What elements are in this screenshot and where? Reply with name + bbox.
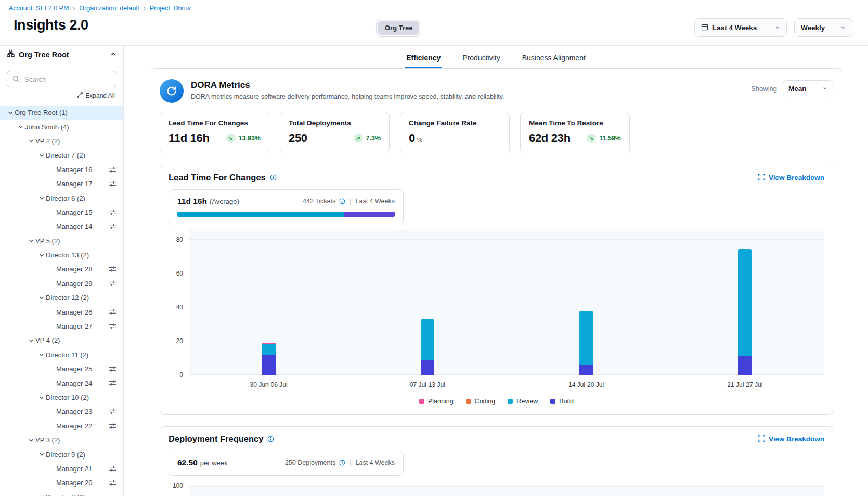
tree-item[interactable]: Director 13 (2): [0, 248, 123, 262]
filter-icon[interactable]: [109, 266, 116, 274]
breadcrumb-link[interactable]: Organization: default: [79, 5, 139, 12]
tree-item[interactable]: Manager 26: [0, 305, 123, 319]
filter-icon[interactable]: [109, 209, 116, 217]
tab-business-alignment[interactable]: Business Alignment: [521, 54, 587, 68]
expand-all-button[interactable]: Expand All: [0, 87, 123, 105]
dora-metrics-header: DORA Metrics DORA metrics measure softwa…: [158, 76, 835, 103]
filter-icon[interactable]: [109, 366, 116, 374]
chevron-down-icon[interactable]: [6, 110, 15, 116]
x-axis-tick: 14 Jul-20 Jul: [507, 381, 666, 388]
chevron-down-icon[interactable]: [37, 195, 46, 201]
legend-item-planning[interactable]: Planning: [419, 398, 454, 405]
chevron-down-icon[interactable]: [37, 494, 46, 496]
tree-item[interactable]: Director 8 (2): [0, 490, 123, 496]
chevron-down-icon[interactable]: [37, 395, 46, 401]
filter-icon[interactable]: [109, 180, 116, 189]
tree-item[interactable]: VP 3 (2): [0, 433, 123, 447]
chevron-down-icon: [775, 24, 780, 32]
tree-item-label: VP 4 (2): [35, 336, 60, 344]
tree-item[interactable]: Manager 20: [0, 476, 123, 490]
separator: |: [349, 198, 351, 205]
tree-item-label: Manager 14: [56, 223, 92, 230]
breadcrumb-separator: ›: [144, 5, 146, 12]
tree-item[interactable]: VP 4 (2): [0, 333, 123, 347]
org-tree-toggle-button[interactable]: Org Tree: [378, 21, 419, 35]
tree-item[interactable]: Director 10 (2): [0, 390, 123, 404]
filter-icon[interactable]: [109, 308, 116, 317]
tree-item[interactable]: Org Tree Root (1): [0, 106, 123, 120]
chevron-down-icon[interactable]: [27, 238, 35, 244]
tree-item[interactable]: Director 11 (2): [0, 348, 123, 362]
collapse-chevron-up-icon[interactable]: [110, 50, 116, 59]
filter-icon[interactable]: [109, 408, 116, 416]
filter-icon[interactable]: [109, 323, 116, 331]
tree-item[interactable]: VP 2 (2): [0, 134, 123, 148]
tab-efficiency[interactable]: Efficiency: [405, 54, 442, 68]
tree-item[interactable]: John Smith (4): [0, 120, 123, 134]
tree-item[interactable]: Manager 24: [0, 376, 123, 390]
legend-item-review[interactable]: Review: [508, 398, 538, 405]
chevron-down-icon[interactable]: [37, 252, 46, 258]
granularity-select[interactable]: Weekly: [794, 18, 852, 37]
tree-item[interactable]: Director 9 (2): [0, 447, 123, 461]
tree-item[interactable]: Manager 25: [0, 362, 123, 376]
filter-icon[interactable]: [109, 380, 116, 388]
filter-icon[interactable]: [109, 423, 116, 431]
tree-item[interactable]: Manager 14: [0, 219, 123, 233]
tab-productivity[interactable]: Productivity: [461, 54, 501, 68]
chevron-down-icon[interactable]: [27, 337, 35, 344]
tree-item[interactable]: VP 5 (2): [0, 234, 123, 248]
breadcrumb-link[interactable]: Account: SEI 2.0 PM: [9, 5, 69, 12]
tree-item[interactable]: Manager 21: [0, 462, 123, 476]
metric-value-wrap: 11d 16h: [169, 132, 210, 145]
tree-item[interactable]: Director 12 (2): [0, 291, 123, 305]
info-icon[interactable]: [339, 198, 345, 204]
metric-card: Lead Time For Changes11d 16h13.93%: [160, 112, 269, 153]
tree-item[interactable]: Manager 29: [0, 277, 123, 291]
y-axis-tick: 40: [176, 304, 183, 311]
filter-icon[interactable]: [109, 223, 116, 231]
sidebar-title: Org Tree Root: [19, 50, 106, 59]
legend-swatch: [466, 399, 471, 404]
tree-item[interactable]: Director 7 (2): [0, 148, 123, 162]
chevron-down-icon[interactable]: [37, 351, 46, 358]
tree-item[interactable]: Director 6 (2): [0, 191, 123, 205]
breadcrumb-link[interactable]: Project: Dhruv: [150, 5, 191, 12]
legend-item-build[interactable]: Build: [550, 398, 574, 405]
tree-item[interactable]: Manager 15: [0, 205, 123, 219]
search-input[interactable]: [7, 71, 116, 87]
view-breakdown-button[interactable]: View Breakdown: [758, 174, 824, 182]
chevron-down-icon[interactable]: [27, 437, 35, 443]
tree-item-label: Director 9 (2): [46, 451, 85, 459]
tree-item[interactable]: Manager 27: [0, 319, 123, 333]
filter-icon[interactable]: [109, 479, 116, 488]
info-icon[interactable]: [270, 174, 277, 181]
filter-icon[interactable]: [109, 465, 116, 474]
tree-item-label: Manager 24: [56, 380, 92, 387]
chevron-down-icon[interactable]: [37, 295, 46, 301]
tree-item[interactable]: Manager 16: [0, 163, 123, 177]
view-breakdown-button[interactable]: View Breakdown: [758, 435, 824, 443]
chevron-down-icon[interactable]: [17, 124, 25, 130]
metric-label: Change Failure Rate: [409, 119, 501, 127]
info-icon[interactable]: [267, 436, 274, 442]
info-icon[interactable]: [339, 460, 345, 466]
tree-item[interactable]: Manager 22: [0, 419, 123, 433]
showing-select[interactable]: Mean: [783, 80, 833, 97]
tree-item-label: Director 8 (2): [46, 493, 85, 496]
tree-item[interactable]: Manager 17: [0, 177, 123, 191]
filter-icon[interactable]: [109, 280, 116, 289]
tree-item-label: Director 7 (2): [46, 151, 85, 159]
dora-cycle-icon: [160, 79, 184, 103]
tree-item[interactable]: Manager 28: [0, 262, 123, 276]
legend-item-coding[interactable]: Coding: [466, 398, 496, 405]
filter-icon[interactable]: [109, 166, 116, 175]
stacked-bar: [579, 311, 593, 375]
tree-item[interactable]: Manager 23: [0, 404, 123, 419]
chevron-down-icon[interactable]: [37, 152, 46, 159]
chevron-down-icon[interactable]: [37, 451, 46, 458]
date-range-select[interactable]: Last 4 Weeks: [694, 18, 787, 37]
metric-delta: 7.3%: [354, 134, 381, 143]
chevron-down-icon[interactable]: [27, 138, 35, 144]
y-axis-tick: 80: [176, 236, 183, 243]
